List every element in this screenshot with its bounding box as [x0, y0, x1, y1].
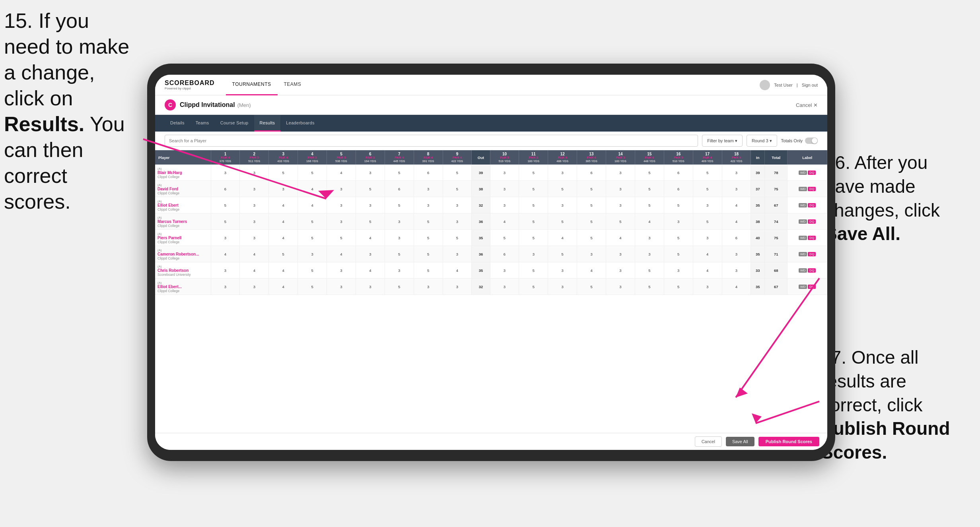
hole-5-score[interactable]: 4: [327, 165, 356, 181]
hole-5-score[interactable]: 3: [327, 213, 356, 230]
hole-11-score[interactable]: 5: [519, 213, 548, 230]
hole-4-score[interactable]: 5: [298, 213, 327, 230]
hole-10-score[interactable]: 5: [490, 230, 519, 246]
hole-4-score[interactable]: 5: [298, 230, 327, 246]
hole-13-score[interactable]: 5: [577, 181, 606, 197]
hole-11-score[interactable]: 5: [519, 165, 548, 181]
hole-5-score[interactable]: 3: [327, 279, 356, 295]
hole-15-score[interactable]: 3: [635, 246, 664, 262]
hole-18-score[interactable]: 3: [722, 262, 751, 279]
hole-12-score[interactable]: 5: [548, 213, 577, 230]
hole-13-score[interactable]: 5: [577, 213, 606, 230]
hole-1-score[interactable]: 3: [211, 279, 240, 295]
hole-16-score[interactable]: 6: [664, 181, 693, 197]
dq-button[interactable]: DQ: [808, 236, 816, 240]
hole-3-score[interactable]: 4: [269, 197, 298, 213]
hole-5-score[interactable]: 5: [327, 230, 356, 246]
hole-4-score[interactable]: 5: [298, 165, 327, 181]
hole-8-score[interactable]: 3: [414, 197, 443, 213]
wd-button[interactable]: WD: [799, 219, 807, 224]
hole-17-score[interactable]: 5: [693, 165, 722, 181]
hole-4-score[interactable]: 3: [298, 246, 327, 262]
hole-13-score[interactable]: 3: [577, 246, 606, 262]
hole-6-score[interactable]: 4: [356, 230, 385, 246]
hole-7-score[interactable]: 5: [385, 197, 414, 213]
hole-8-score[interactable]: 3: [414, 181, 443, 197]
hole-10-score[interactable]: 3: [490, 165, 519, 181]
hole-12-score[interactable]: 4: [548, 230, 577, 246]
hole-1-score[interactable]: 3: [211, 230, 240, 246]
hole-3-score[interactable]: 4: [269, 230, 298, 246]
hole-15-score[interactable]: 5: [635, 262, 664, 279]
hole-10-score[interactable]: 3: [490, 262, 519, 279]
hole-13-score[interactable]: 5: [577, 230, 606, 246]
dq-button[interactable]: DQ: [808, 268, 816, 273]
hole-6-score[interactable]: 5: [356, 181, 385, 197]
hole-11-score[interactable]: 5: [519, 230, 548, 246]
hole-14-score[interactable]: 3: [606, 262, 635, 279]
hole-16-score[interactable]: 3: [664, 213, 693, 230]
hole-12-score[interactable]: 5: [548, 181, 577, 197]
nav-teams[interactable]: TEAMS: [278, 75, 308, 95]
hole-9-score[interactable]: 3: [443, 197, 472, 213]
hole-12-score[interactable]: 3: [548, 165, 577, 181]
hole-15-score[interactable]: 5: [635, 279, 664, 295]
hole-10-score[interactable]: 3: [490, 181, 519, 197]
hole-18-score[interactable]: 4: [722, 213, 751, 230]
hole-6-score[interactable]: 3: [356, 279, 385, 295]
hole-7-score[interactable]: 5: [385, 165, 414, 181]
hole-12-score[interactable]: 3: [548, 279, 577, 295]
hole-15-score[interactable]: 5: [635, 181, 664, 197]
hole-17-score[interactable]: 4: [693, 262, 722, 279]
hole-3-score[interactable]: 5: [269, 165, 298, 181]
hole-2-score[interactable]: 3: [240, 165, 269, 181]
hole-7-score[interactable]: 6: [385, 181, 414, 197]
hole-9-score[interactable]: 4: [443, 262, 472, 279]
hole-1-score[interactable]: 3: [211, 262, 240, 279]
wd-button[interactable]: WD: [799, 187, 807, 191]
hole-18-score[interactable]: 3: [722, 181, 751, 197]
wd-button[interactable]: WD: [799, 252, 807, 256]
hole-9-score[interactable]: 5: [443, 230, 472, 246]
hole-15-score[interactable]: 5: [635, 197, 664, 213]
hole-17-score[interactable]: 3: [693, 197, 722, 213]
hole-11-score[interactable]: 3: [519, 246, 548, 262]
hole-2-score[interactable]: 3: [240, 213, 269, 230]
hole-8-score[interactable]: 3: [414, 279, 443, 295]
hole-8-score[interactable]: 6: [414, 165, 443, 181]
hole-13-score[interactable]: 6: [577, 165, 606, 181]
hole-2-score[interactable]: 3: [240, 181, 269, 197]
hole-12-score[interactable]: 3: [548, 262, 577, 279]
round-button[interactable]: Round 3 ▾: [747, 135, 777, 147]
hole-17-score[interactable]: 3: [693, 230, 722, 246]
nav-tournaments[interactable]: TOURNAMENTS: [226, 75, 278, 95]
hole-13-score[interactable]: 5: [577, 197, 606, 213]
hole-10-score[interactable]: 3: [490, 197, 519, 213]
hole-10-score[interactable]: 6: [490, 246, 519, 262]
hole-3-score[interactable]: 5: [269, 246, 298, 262]
tab-course-setup[interactable]: Course Setup: [215, 115, 254, 132]
hole-15-score[interactable]: 4: [635, 213, 664, 230]
hole-18-score[interactable]: 4: [722, 279, 751, 295]
publish-round-button[interactable]: Publish Round Scores: [758, 437, 819, 446]
hole-15-score[interactable]: 3: [635, 230, 664, 246]
dq-button[interactable]: DQ: [808, 285, 816, 289]
hole-11-score[interactable]: 5: [519, 279, 548, 295]
dq-button[interactable]: DQ: [808, 219, 816, 224]
hole-2-score[interactable]: 4: [240, 246, 269, 262]
hole-11-score[interactable]: 5: [519, 262, 548, 279]
sign-out-link[interactable]: Sign out: [802, 83, 818, 87]
save-all-button[interactable]: Save All: [726, 437, 754, 446]
hole-18-score[interactable]: 4: [722, 197, 751, 213]
hole-4-score[interactable]: 5: [298, 279, 327, 295]
hole-6-score[interactable]: 3: [356, 197, 385, 213]
hole-1-score[interactable]: 4: [211, 246, 240, 262]
hole-14-score[interactable]: 3: [606, 181, 635, 197]
hole-1-score[interactable]: 5: [211, 197, 240, 213]
dq-button[interactable]: DQ: [808, 252, 816, 256]
hole-13-score[interactable]: 4: [577, 262, 606, 279]
hole-7-score[interactable]: 3: [385, 230, 414, 246]
hole-14-score[interactable]: 3: [606, 279, 635, 295]
hole-14-score[interactable]: 3: [606, 246, 635, 262]
hole-9-score[interactable]: 3: [443, 279, 472, 295]
